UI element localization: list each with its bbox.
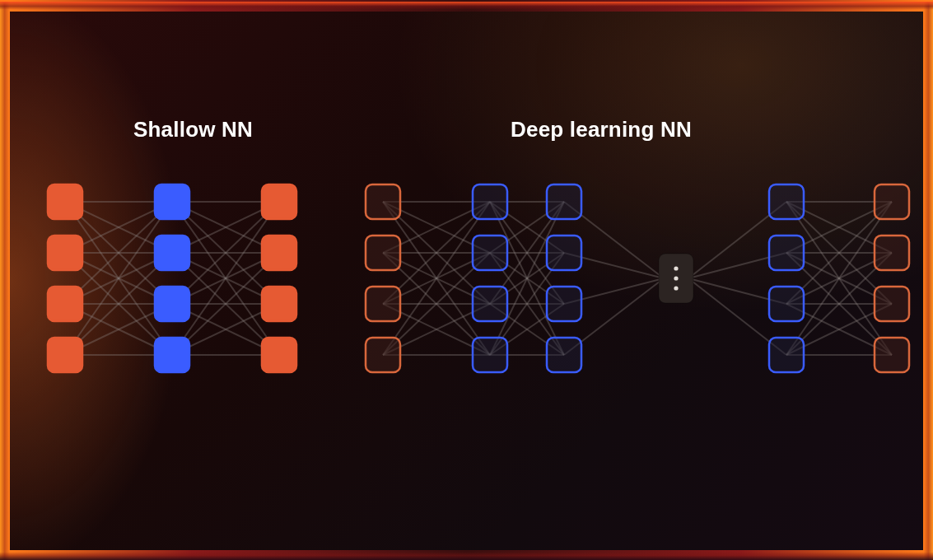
title-deep: Deep learning NN <box>511 117 692 142</box>
ellipsis-dot <box>674 286 678 290</box>
neuron-node <box>473 184 507 219</box>
neuron-node <box>769 184 804 219</box>
neuron-node <box>875 287 909 321</box>
neuron-node <box>262 338 296 372</box>
edges <box>383 202 892 355</box>
deep-network <box>366 184 912 376</box>
neuron-node <box>155 287 189 321</box>
neuron-node <box>366 338 400 372</box>
neuron-node <box>262 184 296 219</box>
neuron-node <box>48 236 82 270</box>
shallow-network <box>48 184 300 376</box>
neuron-node <box>155 184 189 219</box>
title-shallow: Shallow NN <box>133 117 253 142</box>
neuron-node <box>48 184 82 219</box>
neuron-node <box>547 236 581 270</box>
diagram-frame: Shallow NN Deep learning NN <box>0 0 933 560</box>
neuron-node <box>547 184 581 219</box>
neuron-node <box>547 338 581 372</box>
ellipsis-dot <box>674 266 678 270</box>
neuron-node <box>875 236 909 270</box>
neuron-node <box>366 236 400 270</box>
neuron-node <box>48 338 82 372</box>
edges <box>65 202 279 355</box>
neuron-node <box>262 287 296 321</box>
neuron-node <box>366 184 400 219</box>
neuron-node <box>769 338 804 372</box>
neuron-node <box>769 287 804 321</box>
neuron-node <box>547 287 581 321</box>
neuron-node <box>155 236 189 270</box>
ellipsis-dot <box>674 276 678 280</box>
neuron-node <box>473 287 507 321</box>
neuron-node <box>769 236 804 270</box>
neuron-node <box>366 287 400 321</box>
neuron-node <box>875 338 909 372</box>
neuron-node <box>48 287 82 321</box>
neuron-node <box>155 338 189 372</box>
neuron-node <box>262 236 296 270</box>
neuron-node <box>473 236 507 270</box>
neuron-node <box>875 184 909 219</box>
neuron-node <box>473 338 507 372</box>
